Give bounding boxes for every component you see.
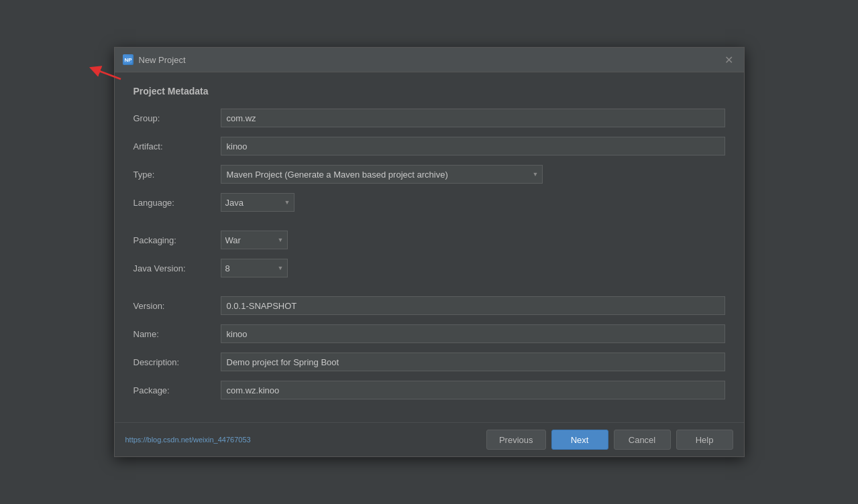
artifact-row: Artifact: — [133, 137, 725, 155]
next-button[interactable]: Next — [551, 430, 608, 450]
packaging-label: Packaging: — [133, 235, 221, 245]
type-label: Type: — [133, 170, 221, 180]
package-row: Package: — [133, 381, 725, 399]
new-project-dialog: NP New Project ✕ Project Metadata Group:… — [114, 47, 745, 457]
name-row: Name: — [133, 324, 725, 343]
description-row: Description: — [133, 353, 725, 371]
cancel-button[interactable]: Cancel — [614, 430, 671, 450]
name-input[interactable] — [221, 324, 725, 343]
packaging-row: Packaging: Jar War — [133, 231, 725, 249]
java-version-wrapper: 8 11 17 — [221, 259, 288, 277]
package-input[interactable] — [221, 381, 725, 399]
group-label: Group: — [133, 113, 221, 123]
artifact-label: Artifact: — [133, 141, 221, 151]
dialog-content: Project Metadata Group: Artifact: Type: … — [115, 72, 744, 422]
svg-text:NP: NP — [124, 57, 132, 63]
dialog-footer: https://blog.csdn.net/weixin_44767053 Pr… — [115, 422, 744, 456]
language-row: Language: Java Kotlin Groovy — [133, 193, 725, 212]
artifact-input[interactable] — [221, 137, 725, 155]
language-select[interactable]: Java Kotlin Groovy — [221, 193, 294, 212]
language-select-wrapper: Java Kotlin Groovy — [221, 193, 294, 212]
version-row: Version: — [133, 296, 725, 315]
titlebar-left: NP New Project — [123, 54, 186, 65]
previous-button[interactable]: Previous — [486, 430, 546, 450]
type-select[interactable]: Maven Project (Generate a Maven based pr… — [221, 165, 543, 184]
group-row: Group: — [133, 109, 725, 127]
titlebar: NP New Project ✕ — [115, 48, 744, 72]
version-label: Version: — [133, 301, 221, 311]
type-select-wrapper: Maven Project (Generate a Maven based pr… — [221, 165, 543, 184]
name-label: Name: — [133, 329, 221, 339]
java-version-row: Java Version: 8 11 17 — [133, 259, 725, 277]
footer-url: https://blog.csdn.net/weixin_44767053 — [125, 436, 481, 444]
type-row: Type: Maven Project (Generate a Maven ba… — [133, 165, 725, 184]
close-button[interactable]: ✕ — [722, 53, 736, 66]
java-version-label: Java Version: — [133, 263, 221, 273]
dialog-title: New Project — [139, 55, 186, 65]
packaging-select-wrapper: Jar War — [221, 231, 288, 249]
version-input[interactable] — [221, 296, 725, 315]
description-label: Description: — [133, 357, 221, 367]
packaging-select[interactable]: Jar War — [221, 231, 288, 249]
language-label: Language: — [133, 198, 221, 208]
java-version-select[interactable]: 8 11 17 — [221, 259, 288, 277]
app-icon: NP — [123, 54, 133, 65]
package-label: Package: — [133, 385, 221, 395]
group-input[interactable] — [221, 109, 725, 127]
description-input[interactable] — [221, 353, 725, 371]
help-button[interactable]: Help — [676, 430, 733, 450]
section-title: Project Metadata — [133, 86, 725, 97]
